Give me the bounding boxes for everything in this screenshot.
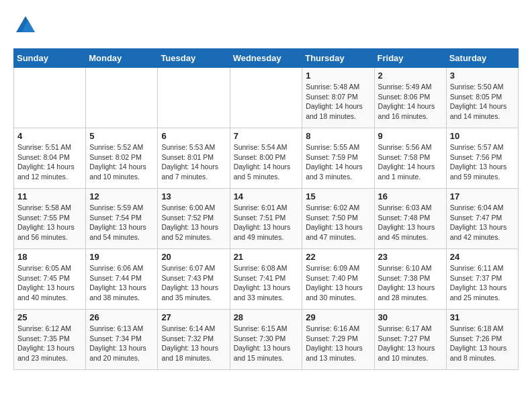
calendar-cell: 11Sunrise: 5:58 AMSunset: 7:55 PMDayligh… bbox=[14, 189, 86, 249]
calendar-cell bbox=[230, 68, 302, 128]
day-number: 7 bbox=[234, 131, 299, 141]
calendar-cell: 28Sunrise: 6:15 AMSunset: 7:30 PMDayligh… bbox=[230, 310, 302, 370]
calendar-cell: 4Sunrise: 5:51 AMSunset: 8:04 PMDaylight… bbox=[14, 128, 86, 189]
calendar-cell: 7Sunrise: 5:54 AMSunset: 8:00 PMDaylight… bbox=[230, 128, 302, 189]
calendar-cell: 15Sunrise: 6:02 AMSunset: 7:50 PMDayligh… bbox=[302, 189, 374, 249]
calendar-cell bbox=[86, 68, 158, 128]
calendar-cell: 14Sunrise: 6:01 AMSunset: 7:51 PMDayligh… bbox=[230, 189, 302, 249]
day-info: Sunrise: 5:56 AMSunset: 7:58 PMDaylight:… bbox=[378, 142, 443, 182]
header-saturday: Saturday bbox=[446, 49, 518, 68]
calendar-cell: 16Sunrise: 6:03 AMSunset: 7:48 PMDayligh… bbox=[374, 189, 446, 249]
day-info: Sunrise: 5:54 AMSunset: 8:00 PMDaylight:… bbox=[234, 142, 299, 182]
day-number: 23 bbox=[378, 252, 443, 262]
day-number: 15 bbox=[306, 191, 370, 201]
calendar-cell: 20Sunrise: 6:07 AMSunset: 7:43 PMDayligh… bbox=[158, 249, 230, 310]
day-number: 27 bbox=[161, 312, 226, 322]
week-row-4: 18Sunrise: 6:05 AMSunset: 7:45 PMDayligh… bbox=[14, 249, 519, 310]
day-number: 4 bbox=[17, 131, 82, 141]
calendar-cell: 5Sunrise: 5:52 AMSunset: 8:02 PMDaylight… bbox=[86, 128, 158, 189]
day-info: Sunrise: 6:14 AMSunset: 7:32 PMDaylight:… bbox=[161, 324, 226, 363]
week-row-1: 1Sunrise: 5:48 AMSunset: 8:07 PMDaylight… bbox=[14, 68, 519, 128]
calendar-cell: 24Sunrise: 6:11 AMSunset: 7:37 PMDayligh… bbox=[446, 249, 518, 310]
day-info: Sunrise: 5:48 AMSunset: 8:07 PMDaylight:… bbox=[306, 82, 370, 122]
day-info: Sunrise: 6:07 AMSunset: 7:43 PMDaylight:… bbox=[161, 263, 226, 303]
calendar-cell: 31Sunrise: 6:18 AMSunset: 7:26 PMDayligh… bbox=[446, 310, 518, 370]
day-number: 6 bbox=[161, 131, 226, 141]
calendar-cell: 23Sunrise: 6:10 AMSunset: 7:38 PMDayligh… bbox=[374, 249, 446, 310]
day-number: 10 bbox=[450, 131, 515, 141]
day-info: Sunrise: 6:18 AMSunset: 7:26 PMDaylight:… bbox=[450, 324, 515, 363]
day-number: 21 bbox=[234, 252, 299, 262]
day-info: Sunrise: 6:16 AMSunset: 7:29 PMDaylight:… bbox=[306, 324, 370, 363]
calendar-cell bbox=[158, 68, 230, 128]
day-info: Sunrise: 6:04 AMSunset: 7:47 PMDaylight:… bbox=[450, 203, 515, 242]
day-info: Sunrise: 6:10 AMSunset: 7:38 PMDaylight:… bbox=[378, 263, 443, 303]
calendar-cell: 21Sunrise: 6:08 AMSunset: 7:41 PMDayligh… bbox=[230, 249, 302, 310]
calendar-table: SundayMondayTuesdayWednesdayThursdayFrid… bbox=[13, 48, 519, 370]
page-header bbox=[13, 13, 519, 38]
calendar-cell: 18Sunrise: 6:05 AMSunset: 7:45 PMDayligh… bbox=[14, 249, 86, 310]
header-wednesday: Wednesday bbox=[230, 49, 302, 68]
week-row-3: 11Sunrise: 5:58 AMSunset: 7:55 PMDayligh… bbox=[14, 189, 519, 249]
calendar-cell: 6Sunrise: 5:53 AMSunset: 8:01 PMDaylight… bbox=[158, 128, 230, 189]
day-info: Sunrise: 6:13 AMSunset: 7:34 PMDaylight:… bbox=[89, 324, 154, 363]
day-number: 22 bbox=[306, 252, 370, 262]
day-info: Sunrise: 6:00 AMSunset: 7:52 PMDaylight:… bbox=[161, 203, 226, 242]
day-number: 30 bbox=[378, 312, 443, 322]
day-number: 14 bbox=[234, 191, 299, 201]
calendar-cell: 29Sunrise: 6:16 AMSunset: 7:29 PMDayligh… bbox=[302, 310, 374, 370]
header-thursday: Thursday bbox=[302, 49, 374, 68]
calendar-cell: 1Sunrise: 5:48 AMSunset: 8:07 PMDaylight… bbox=[302, 68, 374, 128]
day-number: 29 bbox=[306, 312, 370, 322]
day-number: 3 bbox=[450, 71, 515, 81]
week-row-2: 4Sunrise: 5:51 AMSunset: 8:04 PMDaylight… bbox=[14, 128, 519, 189]
day-info: Sunrise: 6:15 AMSunset: 7:30 PMDaylight:… bbox=[234, 324, 299, 363]
day-info: Sunrise: 6:05 AMSunset: 7:45 PMDaylight:… bbox=[17, 263, 82, 303]
header-sunday: Sunday bbox=[14, 49, 86, 68]
day-number: 11 bbox=[17, 191, 82, 201]
day-info: Sunrise: 6:03 AMSunset: 7:48 PMDaylight:… bbox=[378, 203, 443, 242]
day-number: 13 bbox=[161, 191, 226, 201]
calendar-cell: 3Sunrise: 5:50 AMSunset: 8:05 PMDaylight… bbox=[446, 68, 518, 128]
day-number: 5 bbox=[89, 131, 154, 141]
day-number: 8 bbox=[306, 131, 370, 141]
calendar-cell: 12Sunrise: 5:59 AMSunset: 7:54 PMDayligh… bbox=[86, 189, 158, 249]
day-info: Sunrise: 5:59 AMSunset: 7:54 PMDaylight:… bbox=[89, 203, 154, 242]
day-info: Sunrise: 6:08 AMSunset: 7:41 PMDaylight:… bbox=[234, 263, 299, 303]
day-info: Sunrise: 6:02 AMSunset: 7:50 PMDaylight:… bbox=[306, 203, 370, 242]
calendar-cell: 22Sunrise: 6:09 AMSunset: 7:40 PMDayligh… bbox=[302, 249, 374, 310]
day-number: 28 bbox=[234, 312, 299, 322]
header-monday: Monday bbox=[86, 49, 158, 68]
day-info: Sunrise: 5:53 AMSunset: 8:01 PMDaylight:… bbox=[161, 142, 226, 182]
day-info: Sunrise: 5:50 AMSunset: 8:05 PMDaylight:… bbox=[450, 82, 515, 122]
day-info: Sunrise: 5:57 AMSunset: 7:56 PMDaylight:… bbox=[450, 142, 515, 182]
day-number: 1 bbox=[306, 71, 370, 81]
calendar-cell: 8Sunrise: 5:55 AMSunset: 7:59 PMDaylight… bbox=[302, 128, 374, 189]
day-info: Sunrise: 5:51 AMSunset: 8:04 PMDaylight:… bbox=[17, 142, 82, 182]
day-number: 31 bbox=[450, 312, 515, 322]
day-number: 25 bbox=[17, 312, 82, 322]
header-tuesday: Tuesday bbox=[158, 49, 230, 68]
calendar-cell: 13Sunrise: 6:00 AMSunset: 7:52 PMDayligh… bbox=[158, 189, 230, 249]
logo bbox=[13, 13, 40, 38]
day-number: 12 bbox=[89, 191, 154, 201]
day-info: Sunrise: 6:09 AMSunset: 7:40 PMDaylight:… bbox=[306, 263, 370, 303]
day-number: 20 bbox=[161, 252, 226, 262]
day-number: 18 bbox=[17, 252, 82, 262]
day-info: Sunrise: 5:55 AMSunset: 7:59 PMDaylight:… bbox=[306, 142, 370, 182]
header-friday: Friday bbox=[374, 49, 446, 68]
day-info: Sunrise: 6:17 AMSunset: 7:27 PMDaylight:… bbox=[378, 324, 443, 363]
calendar-cell: 30Sunrise: 6:17 AMSunset: 7:27 PMDayligh… bbox=[374, 310, 446, 370]
day-number: 16 bbox=[378, 191, 443, 201]
calendar-cell: 2Sunrise: 5:49 AMSunset: 8:06 PMDaylight… bbox=[374, 68, 446, 128]
calendar-cell: 10Sunrise: 5:57 AMSunset: 7:56 PMDayligh… bbox=[446, 128, 518, 189]
calendar-cell: 27Sunrise: 6:14 AMSunset: 7:32 PMDayligh… bbox=[158, 310, 230, 370]
calendar-cell: 9Sunrise: 5:56 AMSunset: 7:58 PMDaylight… bbox=[374, 128, 446, 189]
day-info: Sunrise: 5:52 AMSunset: 8:02 PMDaylight:… bbox=[89, 142, 154, 182]
calendar-cell bbox=[14, 68, 86, 128]
calendar-cell: 19Sunrise: 6:06 AMSunset: 7:44 PMDayligh… bbox=[86, 249, 158, 310]
day-number: 2 bbox=[378, 71, 443, 81]
calendar-cell: 25Sunrise: 6:12 AMSunset: 7:35 PMDayligh… bbox=[14, 310, 86, 370]
day-number: 17 bbox=[450, 191, 515, 201]
calendar-header-row: SundayMondayTuesdayWednesdayThursdayFrid… bbox=[14, 49, 519, 68]
